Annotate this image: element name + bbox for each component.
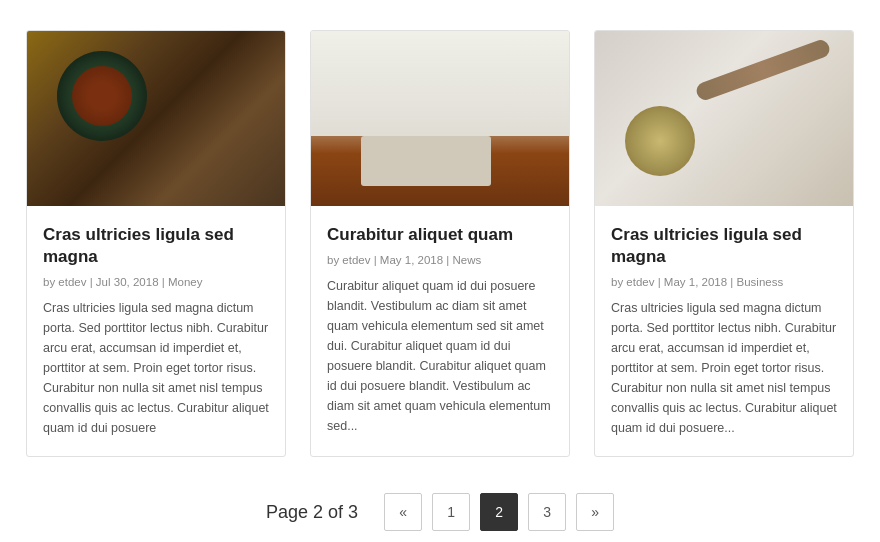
next-page-button[interactable]: » — [576, 493, 614, 531]
prev-page-button[interactable]: « — [384, 493, 422, 531]
card-card-3: Cras ultricies ligula sed magna by etdev… — [594, 30, 854, 457]
card-body: Curabitur aliquet quam by etdev | May 1,… — [311, 206, 569, 454]
card-excerpt: Cras ultricies ligula sed magna dictum p… — [611, 298, 837, 438]
card-meta: by etdev | Jul 30, 2018 | Money — [43, 276, 269, 288]
page-2-button[interactable]: 2 — [480, 493, 518, 531]
card-meta: by etdev | May 1, 2018 | News — [327, 254, 553, 266]
pagination-area: Page 2 of 3 « 1 2 3 » — [40, 493, 840, 531]
author-link[interactable]: etdev — [626, 276, 654, 288]
author-link[interactable]: etdev — [342, 254, 370, 266]
card-excerpt: Cras ultricies ligula sed magna dictum p… — [43, 298, 269, 438]
cards-grid: Cras ultricies ligula sed magna by etdev… — [40, 30, 840, 457]
pagination-label: Page 2 of 3 — [266, 502, 358, 523]
card-image — [595, 31, 853, 206]
card-body: Cras ultricies ligula sed magna by etdev… — [27, 206, 285, 456]
card-image — [311, 31, 569, 206]
card-title: Cras ultricies ligula sed magna — [43, 224, 269, 268]
card-title: Curabitur aliquet quam — [327, 224, 553, 246]
author-link[interactable]: etdev — [58, 276, 86, 288]
card-meta: by etdev | May 1, 2018 | Business — [611, 276, 837, 288]
card-card-2: Curabitur aliquet quam by etdev | May 1,… — [310, 30, 570, 457]
page-3-button[interactable]: 3 — [528, 493, 566, 531]
card-excerpt: Curabitur aliquet quam id dui posuere bl… — [327, 276, 553, 436]
card-body: Cras ultricies ligula sed magna by etdev… — [595, 206, 853, 456]
card-card-1: Cras ultricies ligula sed magna by etdev… — [26, 30, 286, 457]
page-1-button[interactable]: 1 — [432, 493, 470, 531]
card-image — [27, 31, 285, 206]
card-title: Cras ultricies ligula sed magna — [611, 224, 837, 268]
